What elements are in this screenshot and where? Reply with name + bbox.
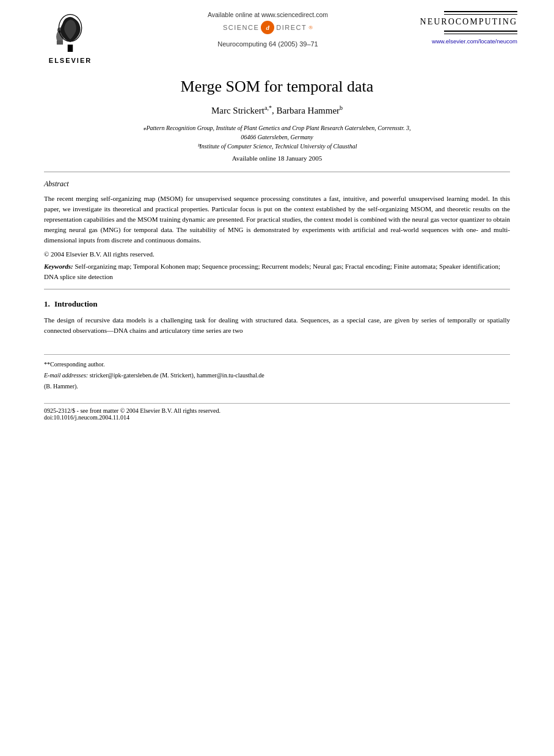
footnote-email-label: E-mail addresses: <box>44 372 88 379</box>
header: ELSEVIER Available online at www.science… <box>0 0 554 64</box>
neurocomputing-title: NEUROCOMPUTING <box>420 17 517 27</box>
main-content: Merge SOM for temporal data Marc Stricke… <box>0 78 554 421</box>
available-date: Available online 18 January 2005 <box>44 154 510 162</box>
section-number: 1. <box>44 299 50 308</box>
footnote-hammer: (B. Hammer). <box>44 382 510 391</box>
available-online-text: Available online at www.sciencedirect.co… <box>208 11 328 18</box>
authors-line: Marc Strickerta,*, Barbara Hammerb <box>44 104 510 116</box>
keywords-text: Keywords: Self-organizing map; Temporal … <box>44 261 510 282</box>
issn-text: 0925-2312/$ - see front matter © 2004 El… <box>44 407 510 414</box>
sd-icon: d <box>261 21 274 34</box>
footnote-email-strickert: stricker@ipk-gatersleben.de (M. Stricker… <box>88 372 264 379</box>
sd-dot: ® <box>308 24 313 31</box>
keywords-label: Keywords: <box>44 263 73 270</box>
introduction-body: The design of recursive data models is a… <box>44 315 510 336</box>
author-b-sup: b <box>340 104 343 111</box>
copyright-text: © 2004 Elsevier B.V. All rights reserved… <box>44 250 510 258</box>
sciencedirect-logo: SCIENCE d DIRECT ® <box>223 21 313 34</box>
abstract-text: The recent merging self-organizing map (… <box>44 194 510 245</box>
footnote-corresponding: **Corresponding author. <box>44 360 510 369</box>
header-center: Available online at www.sciencedirect.co… <box>104 11 432 48</box>
introduction-section: 1. Introduction The design of recursive … <box>44 299 510 336</box>
page: ELSEVIER Available online at www.science… <box>0 0 554 756</box>
article-title: Merge SOM for temporal data <box>44 78 510 96</box>
doi-text: doi:10.1016/j.neucom.2004.11.014 <box>44 414 510 421</box>
affiliation-a-line2: 06466 Gatersleben, Germany <box>44 133 510 142</box>
abstract-divider <box>44 289 510 289</box>
svg-rect-4 <box>57 40 63 45</box>
elsevier-tree-icon <box>49 13 91 55</box>
author-marc: Marc Strickert <box>211 106 264 115</box>
affiliation-b: ᵇInstitute of Computer Science, Technica… <box>44 142 510 151</box>
affiliations: ⁎Pattern Recognition Group, Institute of… <box>44 123 510 151</box>
footnote-corresponding-text: *Corresponding author. <box>47 361 104 368</box>
header-top: ELSEVIER Available online at www.science… <box>37 11 517 64</box>
footnotes: **Corresponding author. E-mail addresses… <box>44 354 510 391</box>
sd-text-right: DIRECT <box>276 24 307 31</box>
article-title-section: Merge SOM for temporal data Marc Stricke… <box>44 78 510 162</box>
abstract-label: Abstract <box>44 180 510 189</box>
footnote-email: E-mail addresses: stricker@ipk-gatersleb… <box>44 371 510 380</box>
bottom-info: 0925-2312/$ - see front matter © 2004 El… <box>44 403 510 421</box>
journal-info: Neurocomputing 64 (2005) 39–71 <box>217 40 318 48</box>
author-barbara-prefix: , Barbara Hammer <box>272 106 340 115</box>
header-right: NEUROCOMPUTING www.elsevier.com/locate/n… <box>432 11 517 45</box>
elsevier-label: ELSEVIER <box>49 57 92 64</box>
affiliation-a-line1: ⁎Pattern Recognition Group, Institute of… <box>44 123 510 133</box>
journal-url[interactable]: www.elsevier.com/locate/neucom <box>432 38 517 45</box>
elsevier-logo: ELSEVIER <box>37 13 104 64</box>
section-label: Introduction <box>54 299 98 308</box>
author-a-sup: a,* <box>264 104 272 111</box>
keywords-values: Self-organizing map; Temporal Kohonen ma… <box>44 263 500 280</box>
neurocomputing-lines-bottom <box>444 31 517 34</box>
introduction-heading: 1. Introduction <box>44 299 510 309</box>
neurocomputing-lines-top <box>444 11 517 15</box>
title-divider <box>44 172 510 172</box>
sd-text-left: SCIENCE <box>223 24 259 31</box>
svg-rect-0 <box>68 45 73 52</box>
abstract-section: Abstract The recent merging self-organiz… <box>44 180 510 282</box>
